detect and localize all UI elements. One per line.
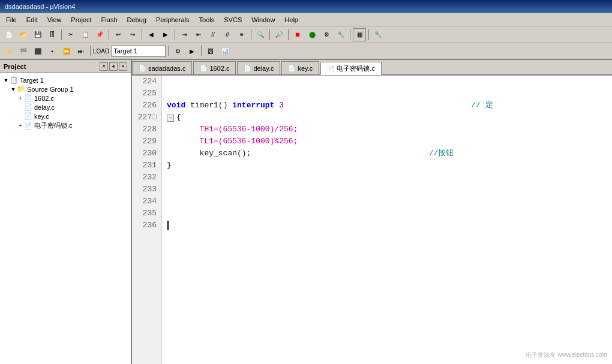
- save-btn[interactable]: 💾: [31, 28, 44, 41]
- tab-icon-key: 📄: [288, 65, 295, 71]
- unindent-btn[interactable]: ⇤: [192, 28, 205, 41]
- tree-item-1602[interactable]: + 📄 1602.c: [0, 94, 131, 103]
- num-3-226: 3: [274, 101, 284, 110]
- tree-item-sourcegroup[interactable]: ▼ 📁 Source Group 1: [0, 85, 131, 94]
- tb2-run[interactable]: ▶: [185, 44, 199, 58]
- tb2-extra2[interactable]: 📊: [218, 44, 232, 58]
- menu-bar: File Edit View Project Flash Debug Perip…: [0, 13, 612, 26]
- tree-item-target[interactable]: ▼ 📋 Target 1: [0, 76, 131, 85]
- linenum-231: 231: [132, 160, 161, 172]
- tab-label-key: key.c: [298, 65, 313, 72]
- kw-void-226: void: [167, 101, 185, 110]
- redo-btn[interactable]: ↪: [126, 28, 139, 41]
- menu-svcs[interactable]: SVCS: [220, 15, 245, 25]
- browser-btn[interactable]: 🔍: [254, 28, 267, 41]
- extra-btn[interactable]: 🔧: [371, 28, 385, 41]
- title-text: dsdadasdasd - µVision4: [5, 3, 75, 10]
- menu-edit[interactable]: Edit: [23, 15, 41, 25]
- file-delay-label: delay.c: [34, 104, 55, 111]
- tab-delay[interactable]: 📄 delay.c: [237, 61, 280, 74]
- sourcegroup-label: Source Group 1: [27, 86, 74, 93]
- header-icon-close[interactable]: ×: [119, 62, 127, 71]
- target-input[interactable]: Target 1: [112, 45, 166, 57]
- kw-interrupt-226: interrupt: [232, 101, 274, 110]
- save-all-btn[interactable]: 🗄: [46, 28, 59, 41]
- linenum-236: 236: [132, 219, 161, 231]
- stop-btn[interactable]: ⏹: [291, 28, 304, 41]
- menu-flash[interactable]: Flash: [98, 15, 121, 25]
- sep5: [251, 29, 251, 40]
- tb2-btn2[interactable]: 🏁: [17, 44, 30, 58]
- tab-1602[interactable]: 📄 1602.c: [193, 61, 236, 74]
- linenum-225: 225: [132, 88, 161, 100]
- menu-file[interactable]: File: [2, 15, 20, 25]
- tb2-btn1[interactable]: ⚡: [2, 44, 16, 58]
- menu-project[interactable]: Project: [67, 15, 95, 25]
- cursor-236: [167, 221, 173, 230]
- tab-main[interactable]: 📄 电子密码锁.c: [320, 62, 382, 75]
- tree-item-delay[interactable]: 📄 delay.c: [0, 103, 131, 112]
- expand-main[interactable]: +: [17, 123, 24, 129]
- file-icon-main: 📄: [24, 122, 32, 130]
- main-area: Project # 4 × ▼ 📋 Target 1 ▼ 📁 Source Gr…: [0, 60, 612, 364]
- cut-btn[interactable]: ✂: [64, 28, 77, 41]
- header-icon-hash[interactable]: #: [100, 62, 108, 71]
- file-1602-label: 1602.c: [34, 95, 54, 102]
- tab-label-delay: delay.c: [253, 65, 274, 72]
- open-btn[interactable]: 📂: [17, 28, 30, 41]
- fold-227[interactable]: −: [167, 115, 174, 122]
- menu-help[interactable]: Help: [281, 15, 302, 25]
- menu-debug[interactable]: Debug: [124, 15, 150, 25]
- menu-peripherals[interactable]: Peripherals: [152, 15, 193, 25]
- tb2-btn5[interactable]: ⏩: [60, 44, 73, 58]
- project-panel: Project # 4 × ▼ 📋 Target 1 ▼ 📁 Source Gr…: [0, 60, 132, 364]
- code-line-234: [167, 195, 607, 207]
- uncomment-btn[interactable]: //: [221, 28, 234, 41]
- tree-item-main[interactable]: + 📄 电子密码锁.c: [0, 121, 131, 131]
- code-line-227: −{: [167, 112, 607, 124]
- code-line-236[interactable]: [167, 219, 607, 231]
- back-btn[interactable]: ◀: [145, 28, 158, 41]
- circle-btn[interactable]: ⬤: [305, 28, 319, 41]
- expand-target[interactable]: ▼: [2, 77, 10, 83]
- code-line-228: TH1=(65536-1000)/256;: [167, 124, 607, 136]
- linenum-229: 229: [132, 136, 161, 148]
- expand-sourcegroup[interactable]: ▼: [10, 86, 17, 92]
- settings-btn2[interactable]: ⚙: [320, 28, 333, 41]
- tree-item-key[interactable]: 📄 key.c: [0, 112, 131, 121]
- undo-btn[interactable]: ↩: [112, 28, 125, 41]
- folder-icon: 📁: [17, 85, 25, 93]
- tb2-btn4[interactable]: ▪: [46, 44, 59, 58]
- view-btn1[interactable]: ▦: [353, 28, 366, 41]
- code-line-231: }: [167, 160, 607, 172]
- tab-sadadadas[interactable]: 📄 sadadadas.c: [132, 61, 192, 74]
- code-editor[interactable]: 224 225 226 227□ 228 229 230 231 232 233…: [132, 76, 612, 364]
- code-line-225: [167, 88, 607, 100]
- header-icon-4[interactable]: 4: [109, 62, 118, 71]
- search-btn[interactable]: 🔎: [272, 28, 286, 41]
- code-content[interactable]: void timer1() interrupt 3 // 定 −{ TH1=(6…: [162, 76, 612, 364]
- project-tree: ▼ 📋 Target 1 ▼ 📁 Source Group 1 + 📄 1602…: [0, 73, 131, 364]
- menu-view[interactable]: View: [44, 15, 65, 25]
- config-btn[interactable]: 🔧: [334, 28, 347, 41]
- sep7: [288, 29, 289, 40]
- indent-btn[interactable]: ⇥: [178, 28, 191, 41]
- paste-btn[interactable]: 📌: [93, 28, 106, 41]
- project-header: Project # 4 ×: [0, 60, 131, 73]
- forward-btn[interactable]: ▶: [159, 28, 172, 41]
- comment-btn[interactable]: //: [206, 28, 220, 41]
- tb2-extra1[interactable]: 🖼: [204, 44, 217, 58]
- expand-1602[interactable]: +: [17, 95, 24, 101]
- menu-window[interactable]: Window: [248, 15, 278, 25]
- tab-key[interactable]: 📄 key.c: [281, 61, 319, 74]
- menu-tools[interactable]: Tools: [196, 15, 218, 25]
- linenum-234: 234: [132, 195, 161, 207]
- tb2-btn3[interactable]: ⬛: [31, 44, 44, 58]
- sep9: [368, 29, 369, 40]
- format-btn[interactable]: ≡: [235, 28, 248, 41]
- new-file-btn[interactable]: 📄: [2, 28, 16, 41]
- tb2-settings[interactable]: ⚙: [171, 44, 184, 58]
- tb2-btn6[interactable]: ⏭: [74, 44, 88, 58]
- copy-btn[interactable]: 📋: [79, 28, 92, 41]
- keyscan-230: key_scan();: [200, 149, 251, 158]
